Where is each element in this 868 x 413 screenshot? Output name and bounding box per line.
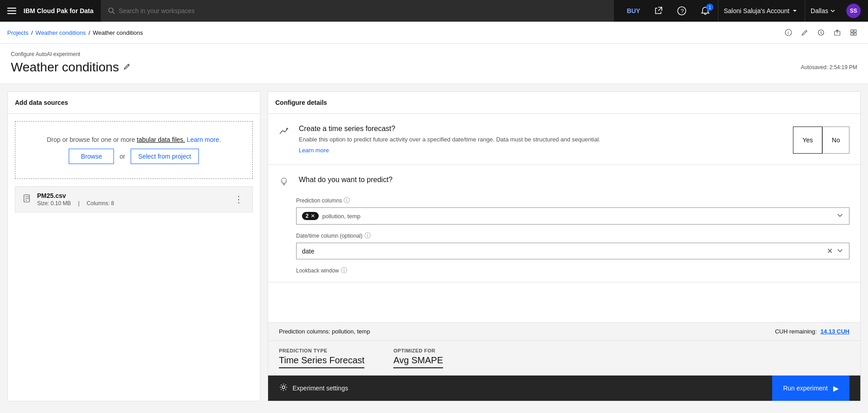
account-selector[interactable]: Saloni Saluja's Account (718, 0, 803, 22)
page-subtitle: Configure AutoAI experiment (11, 51, 857, 57)
right-panel: Configure details Create a time series f… (268, 91, 861, 401)
link-icon-btn[interactable] (647, 0, 669, 22)
file-size: Size: 0.10 MB (37, 200, 71, 206)
svg-rect-2 (7, 13, 16, 14)
svg-rect-12 (854, 30, 856, 32)
title-edit-icon[interactable] (123, 63, 131, 72)
svg-line-4 (113, 12, 114, 14)
cuh-label: CUH remaining: (775, 328, 816, 335)
link-icon (654, 6, 663, 15)
page-header: Configure AutoAI experiment Weather cond… (0, 44, 868, 84)
svg-text:i: i (788, 30, 789, 35)
avatar[interactable]: SS (846, 4, 861, 18)
breadcrumb: Projects / Weather conditions / Weather … (7, 29, 143, 36)
file-icon (23, 194, 32, 205)
prediction-columns-label: Prediction columns ⓘ (296, 197, 849, 205)
or-text: or (119, 153, 125, 160)
right-panel-header: Configure details (268, 92, 860, 114)
edit-action-icon[interactable] (797, 25, 812, 40)
optimized-for-label: OPTIMIZED FOR (393, 348, 443, 353)
cuh-value: 14.13 CUH (821, 328, 849, 335)
prediction-columns-dropdown[interactable]: 2 ✕ pollution, temp (296, 207, 849, 225)
run-experiment-label: Run experiment (783, 385, 828, 392)
svg-text:?: ? (680, 8, 684, 14)
lookback-label: Lookback window ⓘ (296, 267, 849, 275)
prediction-type-bar: PREDICTION TYPE Time Series Forecast OPT… (268, 340, 860, 375)
tag-chip: 2 ✕ (302, 212, 319, 220)
datetime-info-icon[interactable]: ⓘ (364, 232, 371, 240)
svg-rect-14 (854, 33, 856, 35)
yes-no-group: Yes No (793, 127, 849, 154)
select-from-project-button[interactable]: Select from project (131, 149, 199, 164)
top-nav: IBM Cloud Pak for Data BUY ? 1 (0, 0, 868, 22)
help-icon: ? (677, 6, 686, 15)
notifications-icon-btn[interactable]: 1 (694, 0, 716, 22)
breadcrumb-weather1-link[interactable]: Weather conditions (36, 29, 86, 36)
status-cuh: CUH remaining: 14.13 CUH (775, 328, 849, 335)
file-menu-button[interactable]: ⋮ (232, 192, 245, 206)
account-chevron-icon (792, 8, 797, 14)
page-title: Weather conditions (11, 60, 119, 75)
time-series-learn-more[interactable]: Learn more (299, 147, 329, 154)
search-icon (108, 7, 115, 14)
optimized-for-block: OPTIMIZED FOR Avg SMAPE (393, 348, 443, 368)
file-columns: | (78, 200, 80, 206)
left-panel-title: Add data sources (8, 92, 260, 114)
search-bar[interactable] (101, 0, 614, 22)
notification-badge: 1 (706, 4, 713, 11)
time-series-desc: Enable this option to predict future act… (299, 136, 786, 144)
yes-button[interactable]: Yes (793, 127, 822, 154)
main-content: Add data sources Drop or browse for one … (0, 84, 868, 408)
history-action-icon[interactable] (814, 25, 828, 40)
help-icon-btn[interactable]: ? (671, 0, 693, 22)
prediction-type-label: PREDICTION TYPE (279, 348, 364, 353)
learn-more-link[interactable]: Learn more. (187, 136, 221, 143)
gear-icon (279, 383, 288, 394)
chart-icon (279, 126, 292, 154)
datetime-dropdown[interactable]: date ✕ (296, 243, 849, 259)
lightbulb-icon (279, 177, 292, 189)
buy-button[interactable]: BUY (621, 7, 646, 14)
tag-values: pollution, temp (322, 213, 836, 220)
status-prediction: Prediction columns: pollution, temp (279, 328, 370, 335)
svg-point-17 (282, 386, 285, 389)
breadcrumb-sep-2: / (89, 29, 90, 36)
prediction-type-block: PREDICTION TYPE Time Series Forecast (279, 348, 364, 368)
experiment-settings-button[interactable]: Experiment settings (279, 383, 348, 394)
datetime-chevron-icon (836, 247, 844, 255)
predict-title: What do you want to predict? (299, 176, 392, 184)
no-button[interactable]: No (822, 127, 849, 154)
tag-count: 2 (306, 213, 309, 219)
lookback-info-icon[interactable]: ⓘ (341, 267, 347, 275)
region-selector[interactable]: Dallas (805, 0, 841, 22)
breadcrumb-projects-link[interactable]: Projects (7, 29, 28, 36)
file-item: PM25.csv Size: 0.10 MB | Columns: 8 ⋮ (15, 186, 253, 212)
file-columns-val: Columns: 8 (87, 200, 114, 206)
grid-action-icon[interactable] (846, 25, 861, 40)
info-action-icon[interactable]: i (781, 25, 796, 40)
time-series-content: Create a time series forecast? Enable th… (299, 125, 786, 154)
hamburger-menu-icon[interactable] (7, 6, 16, 15)
status-prediction-values: pollution, temp (332, 328, 370, 335)
tag-remove-icon[interactable]: ✕ (311, 213, 315, 219)
datetime-clear-icon[interactable]: ✕ (827, 247, 833, 255)
optimized-for-value: Avg SMAPE (393, 355, 443, 368)
prediction-columns-info-icon[interactable]: ⓘ (344, 197, 350, 205)
share-action-icon[interactable] (830, 25, 844, 40)
search-input[interactable] (118, 7, 607, 14)
breadcrumb-actions: i (781, 25, 861, 40)
file-meta: Size: 0.10 MB | Columns: 8 (37, 200, 227, 206)
time-series-title: Create a time series forecast? (299, 125, 786, 133)
breadcrumb-sep-1: / (31, 29, 33, 36)
right-panel-body: Create a time series forecast? Enable th… (268, 114, 860, 322)
predict-header: What do you want to predict? (279, 176, 849, 189)
run-experiment-arrow-icon: ▶ (833, 384, 839, 393)
run-experiment-button[interactable]: Run experiment ▶ (772, 375, 849, 401)
predict-section: What do you want to predict? Prediction … (268, 165, 860, 282)
browse-button[interactable]: Browse (69, 149, 114, 164)
drop-zone[interactable]: Drop or browse for one or more tabular d… (15, 121, 253, 179)
breadcrumb-current: Weather conditions (93, 29, 143, 36)
experiment-settings-label: Experiment settings (292, 385, 348, 392)
time-series-section: Create a time series forecast? Enable th… (268, 114, 860, 165)
account-label: Saloni Saluja's Account (724, 7, 789, 14)
